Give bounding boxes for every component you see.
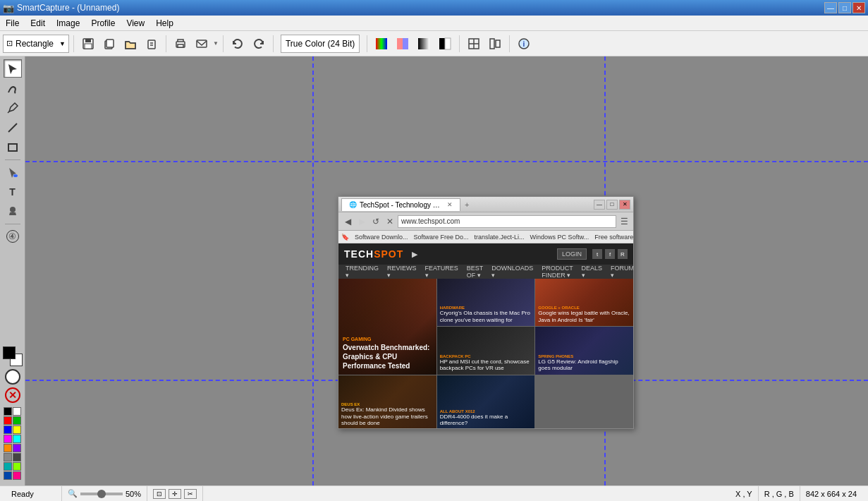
browser-maximize-button[interactable]: □ (606, 200, 618, 210)
menu-item-edit[interactable]: Edit (25, 16, 51, 30)
article-oracle[interactable]: GOOGLE + ORACLE Google wins legal battle… (535, 279, 633, 326)
status-coords-section: X , Y (730, 486, 759, 501)
palette-cell-black[interactable] (4, 407, 12, 416)
article-overwatch-title: Overwatch Benchmarked: Graphics & CPU Pe… (343, 343, 432, 370)
circle-color-swatch[interactable] (5, 369, 20, 385)
article-overwatch[interactable]: PC GAMING Overwatch Benchmarked: Graphic… (338, 279, 436, 375)
ts-facebook-icon[interactable]: f (605, 249, 615, 259)
article-ddr4[interactable]: ALL ABOUT X012 DDR4-4000 does it make a … (437, 375, 535, 429)
fill-tool[interactable] (4, 163, 22, 181)
ts-nav-trending[interactable]: TRENDING ▾ (341, 265, 383, 279)
palette-cell-purple[interactable] (13, 444, 21, 452)
text-tool[interactable]: T (4, 183, 22, 201)
redo-button[interactable] (249, 34, 269, 54)
menu-item-image[interactable]: Image (51, 16, 85, 30)
open-button[interactable] (121, 34, 140, 54)
duplicate-button[interactable] (99, 34, 119, 54)
info-button[interactable]: i (514, 34, 534, 54)
bookmark-4[interactable]: Windows PC Softw... (530, 234, 589, 241)
color-mode-2-button[interactable] (393, 34, 412, 54)
palette-cell-blue[interactable] (4, 425, 12, 434)
zoom-slider-thumb[interactable] (97, 490, 106, 498)
palette-cell-green[interactable] (13, 416, 21, 425)
close-button[interactable]: ✕ (852, 2, 865, 13)
number-tool[interactable]: ④ (4, 227, 22, 246)
palette-cell-pink[interactable] (13, 471, 21, 480)
bookmark-2[interactable]: Software Free Do... (414, 234, 469, 241)
pen-tool[interactable] (4, 99, 22, 117)
scissors-icon[interactable]: ✂ (184, 489, 197, 499)
ts-twitter-icon[interactable]: t (592, 249, 602, 259)
browser-minimize-button[interactable]: — (594, 200, 605, 210)
article-backpack[interactable]: BACKPACK PC HP and MSI cut the cord, sho… (437, 327, 535, 374)
ts-nav-reviews[interactable]: REVIEWS ▾ (383, 265, 421, 279)
article-deus-ex[interactable]: DEUS EX Deus Ex: Mankind Divided shows h… (338, 375, 436, 429)
minimize-button[interactable]: — (824, 2, 837, 13)
palette-cell-cyan[interactable] (13, 435, 21, 443)
capture-mode-dropdown[interactable]: ⊡ Rectangle ▼ (3, 35, 69, 53)
capture-icon[interactable]: ⊡ (153, 489, 166, 499)
browser-menu-button[interactable]: ☰ (618, 215, 630, 228)
article-cryorig[interactable]: HARDWARE Cryorig's Ola chassis is the Ma… (437, 279, 535, 326)
palette-cell-teal[interactable] (4, 462, 12, 471)
crosshair-icon[interactable]: ✛ (169, 489, 181, 499)
rectangle-tool[interactable] (4, 138, 22, 157)
email-options-button[interactable]: ▼ (213, 34, 219, 54)
freehand-tool[interactable] (4, 79, 22, 97)
browser-tab-close-icon[interactable]: ✕ (447, 201, 453, 208)
print-button[interactable] (171, 34, 190, 54)
flip-button[interactable] (485, 34, 505, 54)
line-tool[interactable] (4, 119, 22, 137)
palette-cell-yellow[interactable] (13, 425, 21, 434)
ts-nav-deals[interactable]: DEALS ▾ (577, 265, 607, 279)
browser-close-button[interactable]: ✕ (619, 200, 630, 210)
palette-cell-red[interactable] (4, 416, 12, 425)
ts-rss-icon[interactable]: R (618, 249, 628, 259)
ts-nav-downloads[interactable]: DOWNLOADS ▾ (487, 265, 537, 279)
color-mode-1-button[interactable] (372, 34, 391, 54)
ts-nav-product-finder[interactable]: PRODUCT FINDER ▾ (537, 265, 577, 279)
palette-cell-lime[interactable] (13, 462, 21, 471)
palette-cell-gray[interactable] (4, 453, 12, 461)
undo-button[interactable] (228, 34, 247, 54)
stamp-tool[interactable] (4, 203, 22, 221)
email-button[interactable] (192, 34, 212, 54)
menu-item-profile[interactable]: Profile (85, 16, 121, 30)
resize-button[interactable] (464, 34, 484, 54)
bookmark-1[interactable]: Software Downlo... (355, 234, 408, 241)
article-lg-g5[interactable]: SPRING PHONES LG G5 Review: Android flag… (535, 327, 633, 374)
url-bar[interactable]: www.techspot.com (398, 215, 616, 228)
palette-cell-orange[interactable] (4, 444, 12, 452)
ts-nav-forums[interactable]: FORUMS ▾ (606, 265, 634, 279)
browser-stop-button[interactable]: ✕ (384, 215, 396, 228)
bookmark-3[interactable]: translate.Ject-Li... (475, 234, 525, 241)
foreground-color-swatch[interactable] (3, 346, 16, 359)
zoom-slider-track[interactable] (80, 493, 123, 495)
canvas-area[interactable]: 🌐 TechSpot - Technology New... ✕ + — □ ✕… (25, 56, 868, 485)
browser-tab[interactable]: 🌐 TechSpot - Technology New... ✕ (341, 198, 460, 211)
no-color-swatch[interactable]: ✕ (5, 387, 20, 403)
menu-item-file[interactable]: File (0, 16, 25, 30)
browser-forward-button[interactable]: ▶ (355, 215, 368, 228)
grayscale-button[interactable] (414, 34, 434, 54)
palette-cell-magenta[interactable] (4, 435, 12, 443)
ts-nav-features[interactable]: FEATURES ▾ (421, 265, 463, 279)
palette-cell-darkgray[interactable] (13, 453, 21, 461)
browser-reload-button[interactable]: ↺ (369, 215, 382, 228)
separator-5 (367, 35, 367, 52)
copy-button[interactable] (142, 34, 161, 54)
new-tab-button[interactable]: + (460, 199, 473, 210)
browser-back-button[interactable]: ◀ (341, 215, 354, 228)
palette-cell-white[interactable] (13, 407, 21, 416)
bw-button[interactable] (435, 34, 455, 54)
menu-item-help[interactable]: Help (150, 16, 179, 30)
menu-item-view[interactable]: View (121, 16, 150, 30)
bookmark-5[interactable]: Free software dow... (594, 234, 634, 241)
maximize-button[interactable]: □ (838, 2, 851, 13)
ts-login-button[interactable]: LOGIN (557, 248, 587, 260)
select-tool[interactable] (4, 59, 22, 78)
ts-play-button[interactable]: ▶ (412, 250, 417, 259)
palette-cell-navy[interactable] (4, 471, 12, 480)
save-button[interactable] (78, 34, 98, 54)
ts-nav-best-of[interactable]: BEST OF ▾ (463, 265, 487, 279)
